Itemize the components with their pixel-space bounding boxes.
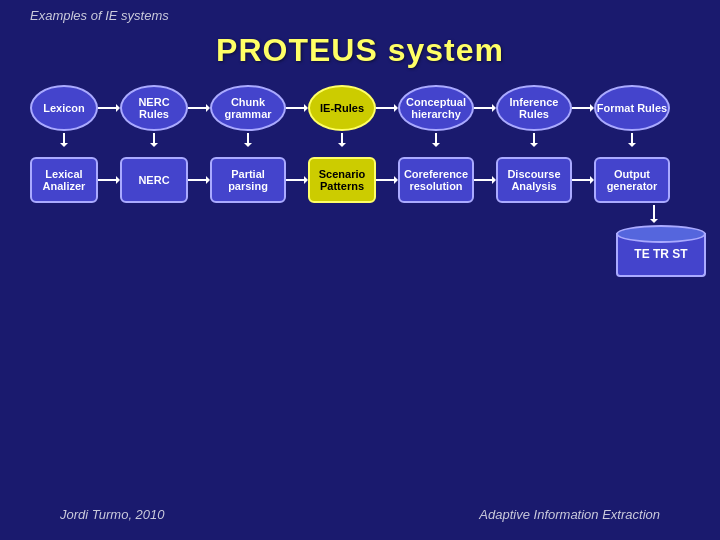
ellipse-ie-rules: IE-Rules (308, 85, 376, 131)
top-row: Lexicon NERC Rules Chunk grammar IE-Rule… (20, 85, 700, 131)
ellipse-inference-rules: Inference Rules (496, 85, 572, 131)
database-label: TE TR ST (634, 247, 687, 261)
arrow-1 (98, 98, 120, 118)
svg-marker-23 (530, 143, 538, 147)
arrow-b5 (474, 170, 496, 190)
ellipse-lexicon: Lexicon (30, 85, 98, 131)
svg-marker-25 (628, 143, 636, 147)
svg-marker-39 (650, 219, 658, 223)
diagram-area: Lexicon NERC Rules Chunk grammar IE-Rule… (20, 85, 700, 277)
arrow-2 (188, 98, 210, 118)
box-scenario-patterns: Scenario Patterns (308, 157, 376, 203)
arrow-3 (286, 98, 308, 118)
arrow-4 (376, 98, 398, 118)
svg-marker-19 (338, 143, 346, 147)
arrow-5 (474, 98, 496, 118)
box-partial-parsing: Partial parsing (210, 157, 286, 203)
arrow-b4 (376, 170, 398, 190)
svg-marker-15 (150, 143, 158, 147)
arrow-b6 (572, 170, 594, 190)
svg-marker-17 (244, 143, 252, 147)
arrow-b2 (188, 170, 210, 190)
svg-marker-13 (60, 143, 68, 147)
page-subtitle: Examples of IE systems (30, 8, 169, 23)
box-nerc: NERC (120, 157, 188, 203)
svg-marker-21 (432, 143, 440, 147)
box-lexical-analizer: Lexical Analizer (30, 157, 98, 203)
ellipse-conceptual-hierarchy: Conceptual hierarchy (398, 85, 474, 131)
arrow-6 (572, 98, 594, 118)
ellipse-chunk-grammar: Chunk grammar (210, 85, 286, 131)
ellipse-nerc-rules: NERC Rules (120, 85, 188, 131)
footer-right: Adaptive Information Extraction (479, 507, 660, 522)
footer-left: Jordi Turmo, 2010 (60, 507, 165, 522)
ellipse-format-rules: Format Rules (594, 85, 670, 131)
arrow-b3 (286, 170, 308, 190)
box-output-generator: Output generator (594, 157, 670, 203)
arrow-b1 (98, 170, 120, 190)
box-coreference-resolution: Coreference resolution (398, 157, 474, 203)
box-discourse-analysis: Discourse Analysis (496, 157, 572, 203)
bottom-row: Lexical Analizer NERC Partial parsing Sc… (20, 157, 700, 203)
